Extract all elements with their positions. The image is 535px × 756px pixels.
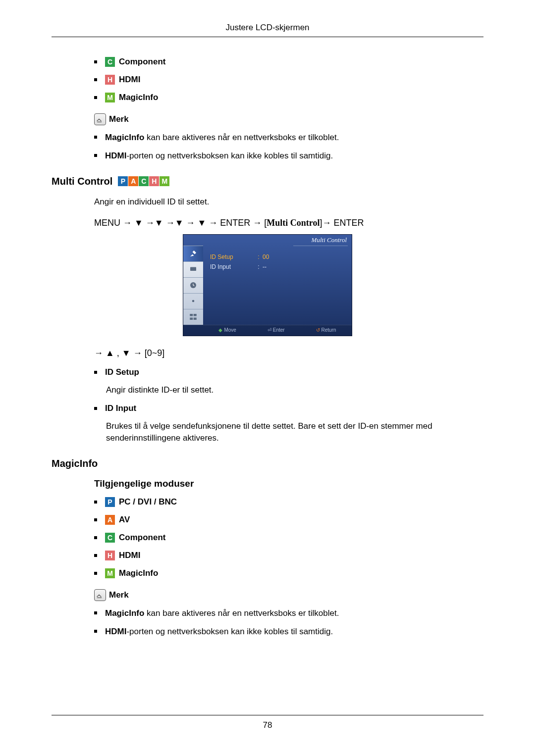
svg-rect-3 bbox=[190, 314, 193, 316]
p-badge-icon: P bbox=[105, 497, 115, 507]
a-badge-icon: A bbox=[128, 176, 138, 186]
diamond-icon: ◆ bbox=[218, 327, 222, 333]
osd-tab-gear-icon[interactable] bbox=[183, 293, 203, 309]
osd-main: ID Setup : 00 ID Input : -- bbox=[203, 246, 352, 325]
m-badge-icon: M bbox=[160, 176, 169, 186]
osd-tab-tools-icon[interactable] bbox=[183, 246, 203, 261]
modes-list-top: C Component H HDMI M MagicInfo bbox=[52, 57, 483, 102]
svg-point-2 bbox=[192, 300, 195, 302]
footer-rule bbox=[52, 715, 483, 715]
multi-control-defs: ID Setup Angir distinkte ID-er til sette… bbox=[52, 367, 483, 444]
page-footer: 78 bbox=[0, 715, 535, 730]
def-desc: Brukes til å velge sendefunksjonene til … bbox=[94, 420, 483, 444]
m-badge-icon: M bbox=[105, 93, 115, 102]
multi-control-intro: Angir en individuell ID til settet. bbox=[52, 196, 483, 208]
mode-label: MagicInfo bbox=[119, 568, 158, 578]
section-magicinfo: MagicInfo bbox=[52, 458, 483, 469]
osd-tab-input-icon[interactable] bbox=[183, 261, 203, 277]
section-title: Multi Control bbox=[52, 176, 112, 187]
page-number: 78 bbox=[263, 720, 272, 730]
note-list-2: MagicInfo kan bare aktiveres når en nett… bbox=[52, 608, 483, 638]
osd-panel: Multi Control ID Setup : 00 ID bbox=[183, 234, 352, 336]
svg-rect-4 bbox=[194, 314, 197, 316]
c-badge-icon: C bbox=[139, 176, 149, 186]
osd-side-tabs bbox=[183, 246, 203, 325]
def-title: ID Setup bbox=[105, 367, 139, 377]
note-label: Merk bbox=[109, 114, 129, 124]
osd-tab-time-icon[interactable] bbox=[183, 277, 203, 293]
osd-row-id-setup[interactable]: ID Setup : 00 bbox=[210, 253, 345, 260]
mode-label: PC / DVI / BNC bbox=[119, 497, 177, 507]
note-icon bbox=[94, 113, 106, 125]
mode-label: MagicInfo bbox=[119, 93, 158, 102]
osd-row-id-input[interactable]: ID Input : -- bbox=[210, 263, 345, 270]
note-heading: Merk bbox=[52, 113, 483, 125]
bullet-dot bbox=[94, 371, 97, 374]
c-badge-icon: C bbox=[105, 57, 115, 67]
osd-title: Multi Control bbox=[183, 235, 352, 246]
note-heading-2: Merk bbox=[52, 589, 483, 601]
bullet-dot bbox=[94, 60, 97, 63]
bullet-dot bbox=[94, 518, 97, 521]
note-label: Merk bbox=[109, 590, 129, 600]
mode-label: AV bbox=[119, 515, 130, 525]
a-badge-icon: A bbox=[105, 515, 115, 525]
page-header: Justere LCD-skjermen bbox=[52, 23, 483, 33]
mode-label: HDMI bbox=[119, 551, 140, 560]
svg-rect-6 bbox=[194, 318, 197, 320]
mode-label: HDMI bbox=[119, 75, 140, 85]
badge-row: P A C H M bbox=[117, 176, 169, 186]
bullet-dot bbox=[94, 611, 97, 614]
bullet-dot bbox=[94, 154, 97, 157]
p-badge-icon: P bbox=[118, 176, 128, 186]
bullet-dot bbox=[94, 78, 97, 81]
modes-list-magicinfo: P PC / DVI / BNC A AV C Component H HDMI… bbox=[52, 497, 483, 578]
svg-rect-5 bbox=[190, 318, 193, 320]
enter-icon: ⏎ bbox=[268, 327, 271, 333]
return-icon: ↺ bbox=[316, 327, 320, 333]
note-list-1: MagicInfo kan bare aktiveres når en nett… bbox=[52, 132, 483, 162]
bullet-dot bbox=[94, 407, 97, 410]
menu-path: MENU → ▼ →▼ →▼ → ▼ → ENTER → [Multi Cont… bbox=[52, 218, 483, 228]
note-text: HDMI-porten og nettverksboksen kan ikke … bbox=[105, 151, 333, 162]
bullet-dot bbox=[94, 572, 97, 575]
h-badge-icon: H bbox=[105, 75, 115, 85]
header-rule bbox=[52, 37, 483, 37]
bullet-dot bbox=[94, 536, 97, 539]
m-badge-icon: M bbox=[105, 568, 115, 578]
h-badge-icon: H bbox=[149, 176, 159, 186]
bullet-dot bbox=[94, 630, 97, 633]
note-text: MagicInfo kan bare aktiveres når en nett… bbox=[105, 132, 339, 144]
bullet-dot bbox=[94, 96, 97, 99]
section-multi-control: Multi Control P A C H M bbox=[52, 176, 483, 187]
svg-rect-0 bbox=[190, 267, 196, 271]
h-badge-icon: H bbox=[105, 551, 115, 560]
bullet-dot bbox=[94, 501, 97, 504]
subheading-modes: Tilgjengelige moduser bbox=[52, 478, 483, 489]
mode-label: Component bbox=[119, 533, 165, 543]
note-icon bbox=[94, 589, 106, 601]
note-text: MagicInfo kan bare aktiveres når en nett… bbox=[105, 608, 339, 619]
osd-tab-multi-icon[interactable] bbox=[183, 309, 203, 325]
mode-label: Component bbox=[119, 57, 165, 67]
section-title: MagicInfo bbox=[52, 458, 98, 469]
nav-instruction: → ▲ , ▼ → [0~9] bbox=[52, 348, 483, 358]
bullet-dot bbox=[94, 136, 97, 139]
def-desc: Angir distinkte ID-er til settet. bbox=[94, 384, 483, 396]
note-text: HDMI-porten og nettverksboksen kan ikke … bbox=[105, 626, 333, 638]
def-title: ID Input bbox=[105, 403, 136, 413]
osd-footer: ◆ Move ⏎ Enter ↺ Return bbox=[183, 325, 352, 336]
bullet-dot bbox=[94, 554, 97, 557]
c-badge-icon: C bbox=[105, 533, 115, 543]
